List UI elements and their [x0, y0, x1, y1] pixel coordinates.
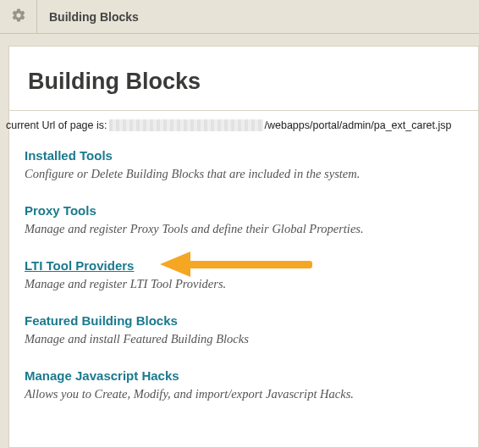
gear-icon — [11, 8, 26, 26]
breadcrumb[interactable]: Building Blocks — [37, 10, 139, 24]
top-bar: Building Blocks — [0, 0, 479, 34]
featured-building-blocks-link[interactable]: Featured Building Blocks — [25, 313, 178, 328]
link-item-installed-tools: Installed Tools Configure or Delete Buil… — [25, 148, 478, 181]
installed-tools-desc: Configure or Delete Building Blocks that… — [25, 167, 478, 181]
links-list: Installed Tools Configure or Delete Buil… — [9, 136, 478, 401]
link-item-featured-building-blocks: Featured Building Blocks Manage and inst… — [25, 313, 478, 346]
installed-tools-link[interactable]: Installed Tools — [25, 148, 113, 163]
current-url-line: current Url of page is: /webapps/portal/… — [6, 111, 478, 136]
manage-javascript-hacks-link[interactable]: Manage Javascript Hacks — [25, 368, 179, 383]
page-title: Building Blocks — [9, 47, 478, 111]
link-item-lti-tool-providers: LTI Tool Providers Manage and register L… — [25, 258, 478, 291]
proxy-tools-link[interactable]: Proxy Tools — [25, 203, 96, 218]
link-item-proxy-tools: Proxy Tools Manage and register Proxy To… — [25, 203, 478, 236]
url-prefix-label: current Url of page is: — [6, 119, 107, 131]
url-suffix-text: /webapps/portal/admin/pa_ext_caret.jsp — [265, 119, 452, 131]
link-item-manage-javascript-hacks: Manage Javascript Hacks Allows you to Cr… — [25, 368, 478, 401]
svg-marker-1 — [160, 252, 190, 277]
lti-tool-providers-link[interactable]: LTI Tool Providers — [25, 258, 134, 273]
content-panel: Building Blocks current Url of page is: … — [8, 46, 479, 448]
url-redacted-segment — [109, 119, 263, 131]
proxy-tools-desc: Manage and register Proxy Tools and defi… — [25, 222, 478, 236]
callout-arrow-icon — [160, 252, 321, 280]
manage-javascript-hacks-desc: Allows you to Create, Modify, and import… — [25, 387, 478, 401]
featured-building-blocks-desc: Manage and install Featured Building Blo… — [25, 332, 478, 346]
svg-rect-0 — [185, 261, 312, 268]
settings-gear-button[interactable] — [0, 0, 37, 33]
page-body: Building Blocks current Url of page is: … — [0, 34, 479, 448]
